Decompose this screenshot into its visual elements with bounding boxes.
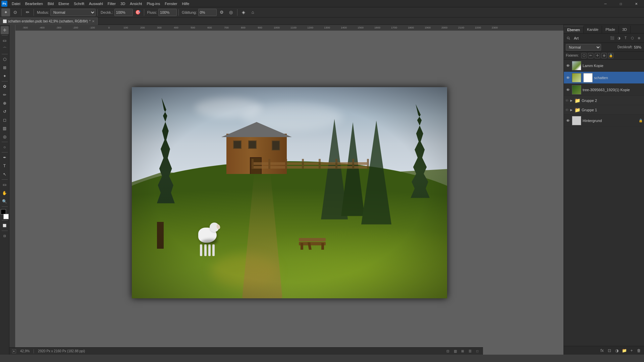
thumb-gruppe-1: 📁 [575, 107, 580, 113]
marquee-tool[interactable]: ▭ [1, 37, 9, 45]
glaettung-settings-icon[interactable]: ⚙ [217, 8, 226, 16]
brush-icon[interactable]: ✏ [23, 8, 32, 16]
menu-bild[interactable]: Bild [45, 1, 56, 6]
pen-tool[interactable]: ✒ [1, 154, 9, 162]
tab-3d[interactable]: 3D [619, 26, 631, 33]
tab-ebenen[interactable]: Ebenen [564, 26, 584, 33]
status-icon-5[interactable]: □ [474, 348, 480, 354]
file-tab-bar: ⬜ schatten erstellen.psdc bei 42,9% (sch… [0, 17, 644, 25]
screen-mode-tool[interactable]: ⊡ [1, 232, 9, 240]
status-icon-3[interactable]: ⊞ [460, 348, 466, 354]
add-layer-btn[interactable]: + [629, 348, 635, 354]
filter-smart-icon[interactable]: ⊕ [636, 35, 642, 41]
menu-bearbeiten[interactable]: Bearbeiten [23, 1, 45, 6]
smooth-icon[interactable]: ⌂ [249, 8, 257, 16]
art-label: Art [574, 36, 579, 40]
quick-mask-tool[interactable]: ⬜ [1, 222, 9, 230]
file-tab-item[interactable]: ⬜ schatten erstellen.psdc bei 42,9% (sch… [0, 17, 98, 25]
lock-position-btn[interactable]: ✛ [595, 53, 600, 58]
gradient-tool[interactable]: ▥ [1, 124, 9, 132]
layer-item-schatten[interactable]: 👁 schatten [564, 72, 644, 84]
object-select-tool[interactable]: ⬡ [1, 55, 9, 63]
crop-tool[interactable]: ⊞ [1, 64, 9, 72]
add-group-btn[interactable]: 📁 [621, 348, 627, 354]
menu-plugins[interactable]: Plug-ins [144, 1, 162, 6]
stamp-tool[interactable]: ⊕ [1, 99, 9, 107]
lock-image-btn[interactable]: ✏ [588, 53, 593, 58]
filter-text-icon[interactable]: T [623, 35, 629, 41]
layer-item-tree-kopie[interactable]: 👁 tree-3095663_1920(1) Kopie [564, 84, 644, 96]
status-icon-1[interactable]: ⊡ [445, 348, 451, 354]
maximize-button[interactable]: □ [613, 0, 629, 7]
angle-icon[interactable]: ◎ [227, 8, 235, 16]
eye-gruppe-1[interactable]: 👁 [565, 108, 569, 112]
blend-mode-select[interactable]: Normal Multiplizieren Überlagern [566, 44, 601, 51]
file-tab-close[interactable]: ✕ [92, 19, 95, 23]
lock-artboard-btn[interactable]: ⊕ [601, 53, 607, 58]
filter-pixel-icon[interactable]: ⬛ [609, 35, 615, 41]
lock-all-btn[interactable]: 🔒 [608, 53, 613, 58]
brush-tool[interactable]: ✏ [1, 91, 9, 99]
opacity-value[interactable]: 59% [634, 45, 641, 49]
heal-tool[interactable]: ✿ [1, 82, 9, 90]
menu-fenster[interactable]: Fenster [162, 1, 179, 6]
status-icons: ⊡ ▥ ⊞ ☰ □ [445, 348, 480, 354]
shape-tool[interactable]: ▭ [1, 181, 9, 189]
lasso-tool[interactable]: ⌒ [1, 45, 9, 53]
status-info-icon[interactable]: ▸ [12, 349, 16, 353]
deckkraft-input[interactable] [114, 9, 133, 16]
filter-shape-icon[interactable]: ⬡ [629, 35, 635, 41]
deckkraft-icon[interactable]: 🎯 [133, 8, 142, 16]
eraser-tool[interactable]: ◻ [1, 116, 9, 124]
add-mask-btn[interactable]: ⊡ [606, 348, 612, 354]
add-layer-style-btn[interactable]: fx [599, 348, 605, 354]
menu-ebene[interactable]: Ebene [56, 1, 71, 6]
menu-schrift[interactable]: Schrift [71, 1, 87, 6]
brush-options-icon[interactable]: ✦ [1, 8, 10, 16]
expand-gruppe-1[interactable]: ▶ [570, 108, 573, 112]
layer-item-lamm-kopie[interactable]: 👁 Lamm Kopie [564, 60, 644, 72]
tab-kanaele[interactable]: Kanäle [584, 26, 602, 33]
menu-datei[interactable]: Datei [9, 1, 23, 6]
eye-schatten[interactable]: 👁 [565, 75, 571, 80]
menu-3d[interactable]: 3D [118, 1, 127, 6]
menu-hilfe[interactable]: Hilfe [179, 1, 192, 6]
status-icon-2[interactable]: ▥ [452, 348, 458, 354]
layer-group-2[interactable]: 👁 ▶ 📁 Gruppe 2 [564, 96, 644, 105]
delete-layer-btn[interactable]: 🗑 [636, 348, 642, 354]
status-icon-4[interactable]: ☰ [467, 348, 473, 354]
close-button[interactable]: ✕ [629, 0, 644, 7]
fluss-input[interactable] [158, 9, 177, 16]
menu-ansicht[interactable]: Ansicht [127, 1, 144, 6]
airbrush-icon[interactable]: ◈ [239, 8, 248, 16]
eye-gruppe-2[interactable]: 👁 [565, 99, 569, 103]
expand-gruppe-2[interactable]: ▶ [570, 99, 573, 102]
minimize-button[interactable]: ─ [598, 0, 613, 7]
lock-transparent-btn[interactable]: ⬡ [581, 53, 587, 58]
move-tool[interactable]: ✛ [1, 26, 9, 34]
tab-pfade[interactable]: Pfade [602, 26, 619, 33]
filter-adjust-icon[interactable]: ◑ [616, 35, 622, 41]
layer-item-hintergrund[interactable]: 👁 Hintergrund 🔒 [564, 115, 644, 127]
add-adjustment-btn[interactable]: ◑ [614, 348, 620, 354]
hand-tool[interactable]: ✋ [1, 189, 9, 197]
dodge-tool[interactable]: ○ [1, 143, 9, 151]
eye-hintergrund[interactable]: 👁 [565, 118, 571, 123]
modus-select[interactable]: Normal Multiplizieren Negativ multiplizi… [50, 9, 96, 16]
layer-group-1[interactable]: 👁 ▶ 📁 Gruppe 1 [564, 105, 644, 115]
path-select-tool[interactable]: ↖ [1, 170, 9, 178]
blur-tool[interactable]: ◎ [1, 133, 9, 141]
eye-lamm-kopie[interactable]: 👁 [565, 63, 571, 68]
eyedropper-tool[interactable]: ✦ [1, 72, 9, 80]
menu-auswahl[interactable]: Auswahl [87, 1, 105, 6]
background-color[interactable] [3, 214, 9, 219]
canvas-container[interactable] [15, 31, 564, 355]
zoom-tool[interactable]: 🔍 [1, 197, 9, 205]
history-tool[interactable]: ↺ [1, 108, 9, 116]
glaettung-input[interactable] [198, 9, 217, 16]
menu-filter[interactable]: Filter [105, 1, 118, 6]
eye-tree-kopie[interactable]: 👁 [565, 87, 571, 93]
left-toolbox: ✛ ▭ ⌒ ⬡ ⊞ ✦ ✿ ✏ ⊕ ↺ ◻ ▥ ◎ ○ ✒ T ↖ ▭ ✋ 🔍 … [0, 25, 9, 355]
text-tool[interactable]: T [1, 162, 9, 170]
brush-preset-icon[interactable]: ⊙ [11, 8, 19, 16]
